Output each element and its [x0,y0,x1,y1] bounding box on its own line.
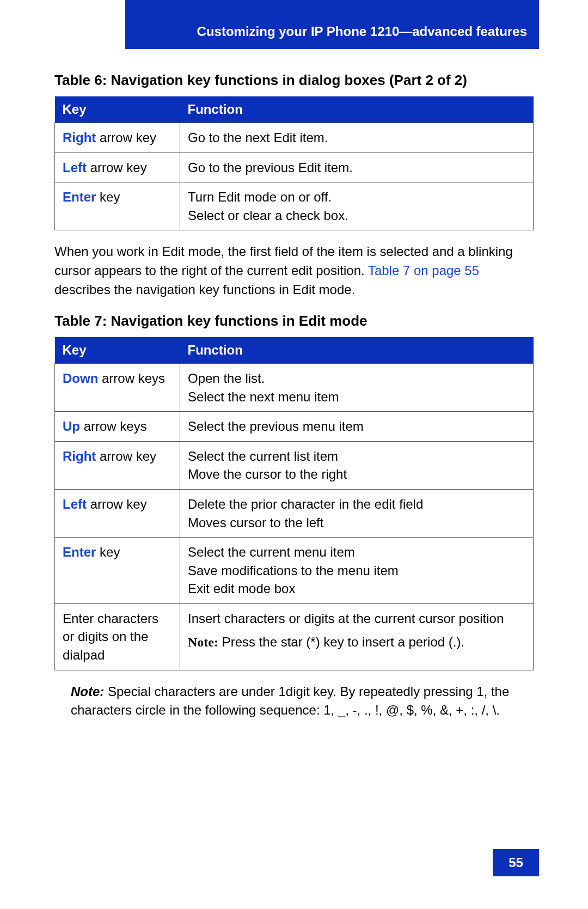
table-row: Left arrow key Delete the prior characte… [55,489,534,537]
note-text: Press the star (*) key to insert a perio… [218,635,464,649]
fn-cell: Insert characters or digits at the curre… [180,603,534,670]
edit-mode-paragraph: When you work in Edit mode, the first fi… [54,242,534,299]
key-cell: Down arrow keys [55,363,180,411]
table-row: Right arrow key Select the current list … [55,441,534,489]
key-cell: Enter key [55,538,180,604]
table7-col1: Key [55,337,180,364]
cell-note: Note: Press the star (*) key to insert a… [188,633,525,652]
page-content: Table 6: Navigation key functions in dia… [54,65,534,720]
fn-cell: Select the current list itemMove the cur… [180,441,534,489]
key-cell: Left arrow key [55,152,180,182]
table7-link[interactable]: Table 7 on page 55 [368,263,479,278]
page-number: 55 [493,849,539,876]
note-label: Note: [71,684,104,699]
note-label: Note: [188,635,218,649]
fn-cell: Select the previous menu item [180,412,534,442]
fn-cell: Turn Edit mode on or off.Select or clear… [180,182,534,230]
key-cell: Left arrow key [55,489,180,537]
key-cell: Enter key [55,182,180,230]
table-row: Enter key Turn Edit mode on or off.Selec… [55,182,534,230]
table7: Key Function Down arrow keys Open the li… [54,337,534,670]
table-row: Enter key Select the current menu itemSa… [55,538,534,604]
table-row: Right arrow key Go to the next Edit item… [55,123,534,153]
table-row: Enter characters or digits on the dialpa… [55,603,534,670]
table-row: Up arrow keys Select the previous menu i… [55,412,534,442]
header-text: Customizing your IP Phone 1210—advanced … [197,24,527,39]
table7-col2: Function [180,337,534,364]
footnote: Note: Special characters are under 1digi… [71,682,534,721]
fn-cell: Go to the next Edit item. [180,123,534,153]
fn-cell: Go to the previous Edit item. [180,152,534,182]
fn-text: Insert characters or digits at the curre… [188,609,525,628]
key-cell: Right arrow key [55,441,180,489]
table6-caption: Table 6: Navigation key functions in dia… [54,71,534,90]
table7-caption: Table 7: Navigation key functions in Edi… [54,312,534,331]
table-row: Down arrow keys Open the list.Select the… [55,363,534,411]
key-cell: Up arrow keys [55,412,180,442]
note-text: Special characters are under 1digit key.… [71,684,509,718]
para-text: describes the navigation key functions i… [54,282,355,297]
fn-cell: Delete the prior character in the edit f… [180,489,534,537]
table6-col1: Key [55,96,180,123]
table-row: Left arrow key Go to the previous Edit i… [55,152,534,182]
table7-header-row: Key Function [55,337,534,364]
table6-col2: Function [180,96,534,123]
fn-cell: Open the list.Select the next menu item [180,363,534,411]
fn-cell: Select the current menu itemSave modific… [180,538,534,604]
table6: Key Function Right arrow key Go to the n… [54,96,534,230]
key-cell: Right arrow key [55,123,180,153]
table6-header-row: Key Function [55,96,534,123]
page-number-text: 55 [509,855,523,870]
page-header: Customizing your IP Phone 1210—advanced … [125,0,539,49]
key-cell: Enter characters or digits on the dialpa… [55,603,180,670]
